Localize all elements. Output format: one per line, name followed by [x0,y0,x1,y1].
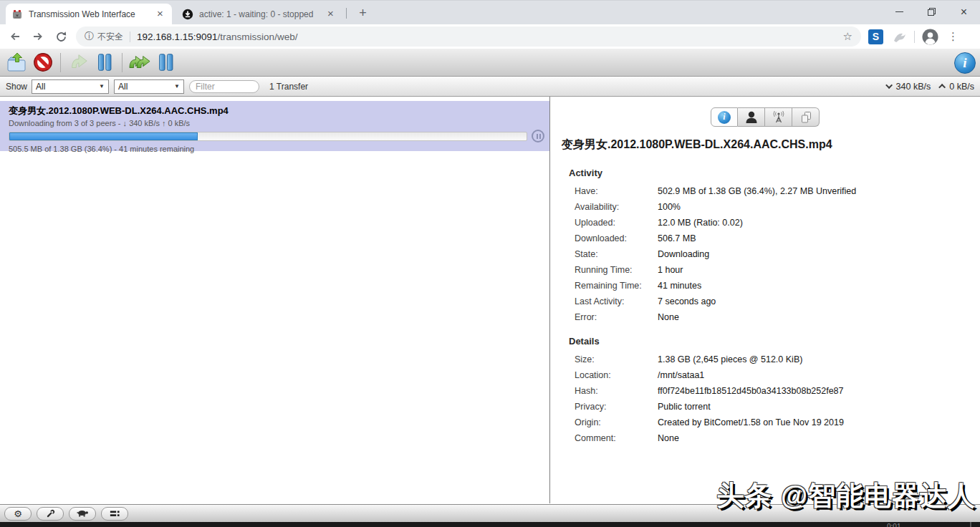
row-value: Created by BitComet/1.58 on Tue Nov 19 2… [658,415,844,430]
tracker-filter-select[interactable]: All ▼ [114,79,184,94]
torrent-pause-button[interactable] [532,130,544,142]
show-label: Show [6,82,27,92]
row-label: Comment: [550,430,658,446]
start-torrent-button[interactable] [66,51,90,74]
tab-title: active: 1 - waiting: 0 - stopped [199,9,320,19]
back-button[interactable] [9,30,21,43]
window-minimize-button[interactable] [883,1,916,23]
activity-heading: Activity [569,168,980,178]
browser-menu-icon[interactable]: ⋮ [948,30,959,43]
tools-button[interactable] [37,507,64,521]
bird-extension-icon[interactable] [891,29,907,44]
select-arrow-icon: ▼ [99,83,105,90]
address-bar[interactable]: ⓘ 不安全 192.168.1.15:9091 /transmission/we… [76,26,861,47]
state-filter-value: All [36,82,45,92]
download-speed: 340 kB/s [888,82,931,92]
tracker-antenna-icon [772,110,786,125]
tab-files[interactable] [792,107,820,127]
info-row: Error:None [550,309,980,325]
bookmark-star-icon[interactable]: ☆ [843,30,852,43]
files-pages-icon [799,110,813,125]
new-tab-button[interactable]: + [354,4,372,22]
window-restore-button[interactable] [916,1,948,23]
info-row: Size:1.38 GB (2,645 pieces @ 512.0 KiB) [550,352,980,367]
torrent-peers-line: Downloading from 3 of 3 peers - ↓ 340 kB… [9,119,544,127]
display-options-button[interactable] [101,507,128,521]
video-progress-tick [970,522,971,527]
details-heading: Details [569,336,980,347]
start-all-button[interactable] [128,51,152,74]
row-value: 506.7 MB [658,231,696,246]
download-chevron-icon [885,82,893,89]
browser-tab-strip: Transmission Web Interface × active: 1 -… [0,0,980,24]
info-row: Have:502.9 MB of 1.38 GB (36.4%), 2.27 M… [550,183,980,199]
remove-torrent-button[interactable] [31,51,55,74]
url-host: 192.168.1.15:9091 [137,32,218,42]
gear-icon: ⚙ [14,509,22,518]
filter-input[interactable] [189,80,259,93]
row-label: Have: [550,183,658,199]
row-label: Last Activity: [550,294,658,309]
open-torrent-button[interactable] [4,51,29,74]
close-icon: × [961,6,967,18]
row-value: /mnt/sataa1 [658,367,704,383]
extension-area: S ⋮ [868,29,959,45]
row-value: Downloading [658,246,709,262]
pause-torrent-button[interactable] [92,51,117,74]
s-extension-icon[interactable]: S [868,29,883,44]
forward-arrow-icon [32,30,44,43]
tab-trackers[interactable] [765,107,792,127]
start-all-icon [128,52,151,73]
row-label: Privacy: [550,399,658,415]
settings-button[interactable]: ⚙ [4,507,32,521]
torrent-row-selected[interactable]: 变身男女.2012.1080P.WEB-DL.X264.AAC.CHS.mp4 … [0,101,549,151]
info-row: Hash:ff0f724be11fb18512d45b0a34133b08b25… [550,383,980,399]
tab-close-icon[interactable]: × [154,8,166,20]
info-row: Downloaded:506.7 MB [550,231,980,246]
row-label: Error: [550,309,658,325]
toolbar-separator [60,53,61,72]
info-icon: i [718,111,731,124]
info-row: Origin:Created by BitComet/1.58 on Tue N… [550,415,980,430]
forward-button[interactable] [32,30,44,43]
window-close-button[interactable]: × [948,1,980,23]
refresh-button[interactable] [55,31,67,43]
tab-close-icon[interactable]: × [325,8,337,20]
tab-active-waiting-stopped[interactable]: active: 1 - waiting: 0 - stopped × [176,4,342,24]
row-value: 502.9 MB of 1.38 GB (36.4%), 2.27 MB Unv… [658,183,856,199]
inspector-tabs: i [550,107,980,127]
pause-all-button[interactable] [154,51,178,74]
torrent-status-line: 505.5 MB of 1.38 GB (36.4%) - 41 minutes… [9,145,544,153]
wrench-icon [45,508,56,519]
state-filter-select[interactable]: All ▼ [32,79,109,94]
info-row: Availability:100% [550,199,980,215]
row-value: 7 seconds ago [658,294,716,309]
profile-avatar-icon[interactable] [922,29,938,45]
inspector-torrent-title: 变身男女.2012.1080P.WEB-DL.X264.AAC.CHS.mp4 [562,137,969,153]
row-value: 100% [658,199,681,215]
transfer-count: 1 Transfer [269,82,308,92]
download-circle-icon [182,9,193,20]
download-speed-value: 340 kB/s [896,82,931,92]
browser-navbar: ⓘ 不安全 192.168.1.15:9091 /transmission/we… [0,24,980,49]
tab-peers[interactable] [738,107,765,127]
alt-speed-button[interactable] [69,507,96,521]
page-info-icon[interactable]: ⓘ [85,30,94,43]
upload-speed: 0 kB/s [941,82,974,92]
tab-separator [346,8,347,19]
upload-chevron-icon [938,84,946,91]
torrent-progress-bar [9,132,527,141]
main-area: 变身男女.2012.1080P.WEB-DL.X264.AAC.CHS.mp4 … [0,97,980,503]
row-label: Origin: [550,415,658,430]
torrent-name: 变身男女.2012.1080P.WEB-DL.X264.AAC.CHS.mp4 [9,105,544,117]
transmission-toolbar: i [0,49,980,77]
details-section: Details Size:1.38 GB (2,645 pieces @ 512… [550,336,980,446]
window-controls: × [883,1,980,23]
select-arrow-icon: ▼ [174,83,180,90]
tab-transmission[interactable]: Transmission Web Interface × [6,4,172,24]
tab-info[interactable]: i [711,107,738,127]
refresh-icon [55,31,67,43]
torrent-progress-fill [9,132,198,140]
toggle-inspector-button[interactable]: i [954,52,976,74]
url-path: /transmission/web/ [218,32,298,42]
